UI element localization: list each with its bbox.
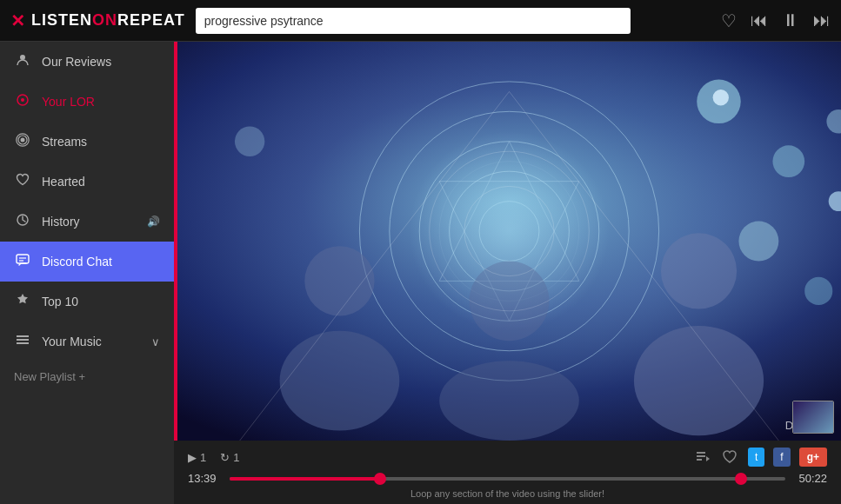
time-total: 50:22 (794, 472, 827, 485)
heart-nav-icon (14, 173, 31, 190)
play-count-stat: ▶ 1 (188, 451, 206, 464)
chat-icon (14, 253, 31, 270)
svg-rect-12 (17, 342, 29, 344)
share-facebook-button[interactable]: f (773, 448, 790, 467)
music-icon (14, 333, 31, 350)
loop-hint-text: Loop any section of the video using the … (188, 488, 827, 499)
header-controls: ♡ ⏮ ⏸ ⏭ (721, 10, 831, 31)
svg-rect-7 (17, 255, 29, 263)
sidebar-label-your-music: Your Music (42, 335, 102, 348)
sidebar-label-your-lor: Your LOR (42, 95, 95, 109)
svg-point-35 (280, 331, 400, 431)
slider-fill (230, 477, 380, 481)
svg-point-27 (713, 90, 729, 105)
main-layout: Our Reviews Your LOR Streams Hearted His (0, 42, 841, 504)
heart-button[interactable] (720, 448, 739, 467)
svg-point-38 (470, 261, 550, 341)
sidebar-item-history[interactable]: History 🔊 (0, 202, 174, 242)
sidebar: Our Reviews Your LOR Streams Hearted His (0, 42, 174, 504)
svg-point-36 (304, 246, 374, 315)
sidebar-label-history: History (42, 215, 80, 229)
svg-point-37 (439, 361, 579, 441)
sidebar-item-your-music[interactable]: Your Music ∨ (0, 322, 174, 361)
content-area: DiNightSi ▶ 1 ↻ 1 (174, 42, 841, 504)
lor-icon (14, 93, 31, 110)
svg-rect-45 (697, 452, 705, 454)
player-bar: ▶ 1 ↻ 1 t f g (174, 441, 841, 504)
svg-rect-10 (17, 335, 29, 337)
loop-count-stat: ↻ 1 (220, 451, 239, 464)
top10-icon (14, 293, 31, 310)
sidebar-item-our-reviews[interactable]: Our Reviews (0, 42, 174, 82)
sidebar-label-top10: Top 10 (42, 295, 78, 308)
prev-button[interactable]: ⏮ (751, 10, 768, 30)
logo: ✕ LISTENONREPEAT (10, 10, 185, 31)
sidebar-label-discord-chat: Discord Chat (42, 255, 112, 269)
loop-slider[interactable] (230, 473, 785, 485)
svg-point-0 (20, 55, 25, 60)
loop-count: 1 (233, 451, 239, 464)
play-pause-button[interactable]: ⏸ (782, 10, 799, 30)
sidebar-item-top-10[interactable]: Top 10 (0, 282, 174, 322)
next-button[interactable]: ⏭ (813, 10, 831, 30)
search-input[interactable] (196, 8, 631, 34)
svg-point-28 (772, 145, 804, 177)
player-share-actions: t f g+ (694, 448, 827, 467)
svg-point-3 (21, 138, 25, 143)
svg-rect-11 (17, 339, 29, 341)
new-playlist-button[interactable]: New Playlist + (0, 361, 174, 392)
svg-point-39 (634, 326, 764, 435)
play-count: 1 (200, 451, 206, 464)
player-stats: ▶ 1 ↻ 1 (188, 451, 239, 464)
svg-point-30 (738, 222, 778, 262)
svg-point-33 (235, 127, 264, 156)
slider-track (230, 477, 785, 481)
sidebar-item-your-lor[interactable]: Your LOR (0, 82, 174, 122)
svg-rect-46 (697, 455, 705, 457)
heart-icon[interactable]: ♡ (721, 10, 737, 31)
slider-thumb-right[interactable] (735, 473, 747, 485)
loop-icon: ↻ (220, 451, 230, 464)
thumbnail-preview[interactable] (792, 401, 834, 434)
close-icon: ✕ (10, 10, 26, 31)
sidebar-item-hearted[interactable]: Hearted (0, 162, 174, 202)
svg-point-2 (21, 98, 24, 102)
video-section: DiNightSi (174, 42, 841, 441)
svg-rect-47 (697, 459, 702, 461)
volume-icon: 🔊 (147, 216, 160, 228)
svg-marker-48 (706, 456, 710, 461)
player-controls-row: ▶ 1 ↻ 1 t f g (188, 448, 827, 467)
sidebar-label-our-reviews: Our Reviews (42, 55, 111, 69)
header: ✕ LISTENONREPEAT ♡ ⏮ ⏸ ⏭ (0, 0, 841, 42)
logo-on: ON (92, 11, 117, 30)
svg-point-40 (661, 233, 737, 308)
logo-listen: LISTEN (31, 11, 92, 30)
play-icon: ▶ (188, 451, 197, 464)
video-player[interactable]: DiNightSi (177, 42, 841, 441)
svg-point-31 (804, 277, 832, 305)
slider-thumb-left[interactable] (374, 473, 386, 485)
user-icon (14, 53, 31, 70)
share-google-button[interactable]: g+ (799, 448, 827, 467)
sidebar-item-discord-chat[interactable]: Discord Chat (0, 242, 174, 282)
history-icon (14, 213, 31, 230)
streams-icon (14, 133, 31, 150)
sidebar-label-streams: Streams (42, 135, 87, 149)
time-current: 13:39 (188, 472, 221, 485)
sidebar-item-streams[interactable]: Streams (0, 122, 174, 162)
share-twitter-button[interactable]: t (748, 448, 764, 467)
logo-repeat: REPEAT (117, 11, 185, 30)
add-to-playlist-button[interactable] (694, 448, 711, 466)
time-row: 13:39 50:22 (188, 472, 827, 485)
sidebar-label-hearted: Hearted (42, 175, 85, 189)
chevron-down-icon: ∨ (151, 335, 160, 348)
